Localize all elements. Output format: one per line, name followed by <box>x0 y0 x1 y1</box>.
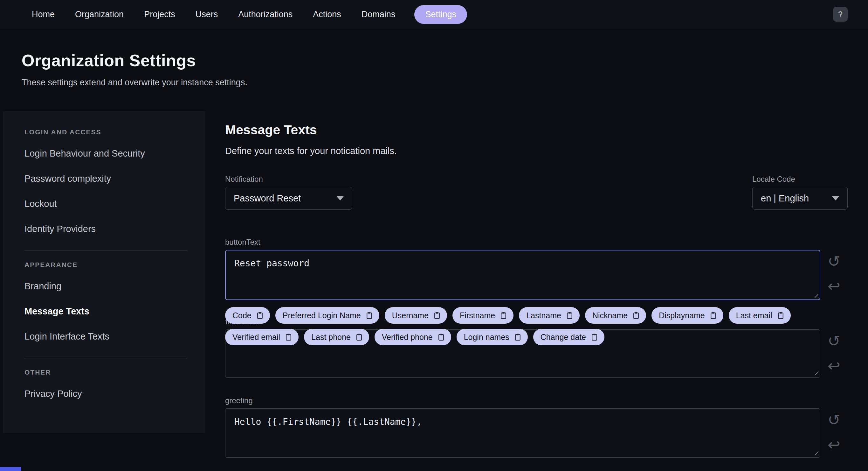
clipboard-icon <box>433 311 441 320</box>
footertext-field: CodePreferred Login NameUsernameFirstnam… <box>225 307 848 378</box>
nav-item-home[interactable]: Home <box>31 5 56 24</box>
clipboard-icon <box>284 333 293 342</box>
locale-value: en | English <box>761 193 809 204</box>
sidebar-item-lockout[interactable]: Lockout <box>3 191 205 216</box>
chips-row-2: Verified emailLast phoneVerified phoneLo… <box>225 329 604 345</box>
greeting-actions: ↺ ↩ <box>820 408 848 452</box>
content-area: LOGIN AND ACCESSLogin Behaviour and Secu… <box>0 111 868 458</box>
greeting-row: ↺ ↩ <box>225 408 848 458</box>
buttontext-wrap <box>225 250 820 300</box>
chip-label: Last email <box>736 311 772 320</box>
chevron-down-icon <box>337 196 344 201</box>
nav-item-users[interactable]: Users <box>194 5 219 24</box>
chip-label: Verified phone <box>382 332 433 342</box>
undo-icon[interactable]: ↩ <box>828 358 840 373</box>
undo-icon[interactable]: ↩ <box>828 278 840 294</box>
chip-verified-phone[interactable]: Verified phone <box>375 329 451 345</box>
buttontext-label: buttonText <box>225 238 848 247</box>
greeting-textarea[interactable] <box>225 408 820 458</box>
locale-select[interactable]: en | English <box>752 187 848 210</box>
sidebar-item-password-complexity[interactable]: Password complexity <box>3 166 205 191</box>
chip-preferred-login-name[interactable]: Preferred Login Name <box>275 307 379 324</box>
history-icon[interactable]: ↺ <box>828 412 840 428</box>
chip-label: Preferred Login Name <box>283 311 361 320</box>
page-title: Organization Settings <box>22 51 848 70</box>
help-button[interactable]: ? <box>833 7 848 22</box>
chip-firstname[interactable]: Firstname <box>453 307 514 324</box>
clipboard-icon <box>365 311 374 320</box>
footertext-actions: ↺ ↩ <box>820 329 848 373</box>
history-icon[interactable]: ↺ <box>828 254 840 269</box>
history-icon[interactable]: ↺ <box>828 333 840 349</box>
greeting-wrap <box>225 408 820 458</box>
chips-row-1: CodePreferred Login NameUsernameFirstnam… <box>225 307 791 324</box>
sidebar-item-branding[interactable]: Branding <box>3 274 205 299</box>
sidebar-divider <box>25 251 187 251</box>
chip-label: Change date <box>540 332 586 342</box>
sidebar-item-message-texts[interactable]: Message Texts <box>3 299 205 324</box>
buttontext-field: buttonText ↺ ↩ <box>225 238 848 300</box>
chip-label: Username <box>392 311 429 320</box>
notification-label: Notification <box>225 175 352 184</box>
clipboard-icon <box>514 333 522 342</box>
clipboard-icon <box>437 333 445 342</box>
chip-label: Login names <box>464 332 509 342</box>
nav-item-projects[interactable]: Projects <box>143 5 177 24</box>
sidebar-divider <box>25 358 187 358</box>
chip-label: Code <box>232 311 251 320</box>
sidebar-item-login-behaviour-and-security[interactable]: Login Behaviour and Security <box>3 141 205 166</box>
nav-item-actions[interactable]: Actions <box>312 5 342 24</box>
notification-select[interactable]: Password Reset <box>225 187 352 210</box>
chip-label: Verified email <box>232 332 280 342</box>
buttontext-textarea[interactable] <box>225 250 820 300</box>
chip-last-email[interactable]: Last email <box>729 307 791 324</box>
sidebar-heading-login-and-access: LOGIN AND ACCESS <box>3 128 205 136</box>
chip-username[interactable]: Username <box>385 307 447 324</box>
top-navbar: HomeOrganizationProjectsUsersAuthorizati… <box>0 0 868 29</box>
selects-row: Notification Password Reset Locale Code … <box>225 175 848 210</box>
main-content: Message Texts Define your texts for your… <box>205 111 868 458</box>
sidebar-item-privacy-policy[interactable]: Privacy Policy <box>3 381 205 406</box>
nav-item-authorizations[interactable]: Authorizations <box>237 5 294 24</box>
notification-value: Password Reset <box>234 193 301 204</box>
chip-label: Last phone <box>311 332 351 342</box>
notification-field: Notification Password Reset <box>225 175 352 210</box>
chip-code[interactable]: Code <box>225 307 270 324</box>
clipboard-icon <box>355 333 364 342</box>
clipboard-icon <box>709 311 718 320</box>
section-title: Message Texts <box>225 122 848 138</box>
clipboard-icon <box>632 311 640 320</box>
chip-label: Lastname <box>526 311 561 320</box>
clipboard-icon <box>590 333 599 342</box>
nav-item-domains[interactable]: Domains <box>360 5 397 24</box>
chip-login-names[interactable]: Login names <box>457 329 528 345</box>
chip-change-date[interactable]: Change date <box>533 329 604 345</box>
clipboard-icon <box>499 311 508 320</box>
chevron-down-icon <box>832 196 839 201</box>
nav-item-organization[interactable]: Organization <box>74 5 125 24</box>
chip-label: Nickname <box>592 311 628 320</box>
sidebar-item-identity-providers[interactable]: Identity Providers <box>3 216 205 241</box>
buttontext-actions: ↺ ↩ <box>820 250 848 294</box>
sidebar-nav: LOGIN AND ACCESSLogin Behaviour and Secu… <box>3 111 205 433</box>
sidebar-item-login-interface-texts[interactable]: Login Interface Texts <box>3 324 205 349</box>
page-subtitle: These settings extend and overwrite your… <box>22 78 848 88</box>
nav-item-settings[interactable]: Settings <box>414 5 467 24</box>
chip-lastname[interactable]: Lastname <box>519 307 580 324</box>
sidebar-heading-appearance: APPEARANCE <box>3 261 205 269</box>
page-header: Organization Settings These settings ext… <box>0 29 868 111</box>
greeting-label: greeting <box>225 396 848 405</box>
undo-icon[interactable]: ↩ <box>828 437 840 452</box>
section-subtitle: Define your texts for your notication ma… <box>225 146 848 156</box>
bottom-left-accent <box>0 467 21 471</box>
chip-nickname[interactable]: Nickname <box>585 307 646 324</box>
clipboard-icon <box>256 311 264 320</box>
clipboard-icon <box>776 311 785 320</box>
chip-last-phone[interactable]: Last phone <box>304 329 369 345</box>
chip-displayname[interactable]: Displayname <box>651 307 723 324</box>
clipboard-icon <box>565 311 574 320</box>
chip-verified-email[interactable]: Verified email <box>225 329 299 345</box>
chip-label: Displayname <box>659 311 705 320</box>
nav-items: HomeOrganizationProjectsUsersAuthorizati… <box>31 5 467 24</box>
sidebar-heading-other: OTHER <box>3 369 205 376</box>
